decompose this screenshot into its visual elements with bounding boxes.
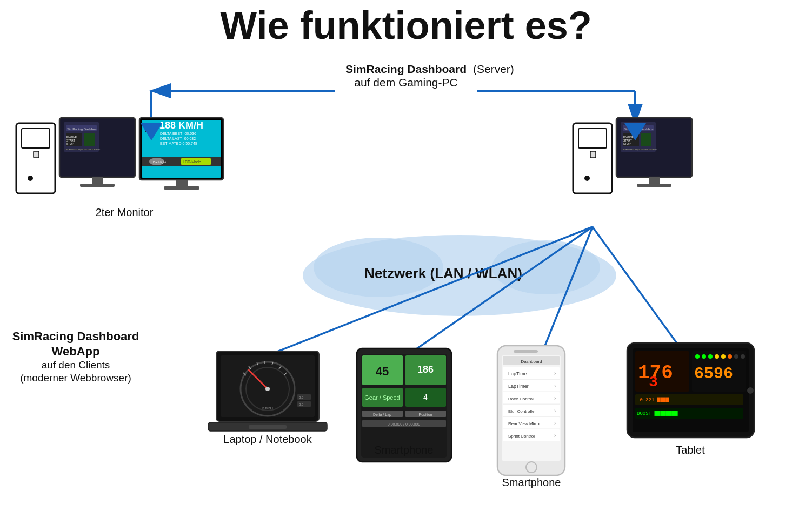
s1-timing-label: 0:00.000 / 0:00.000	[388, 422, 420, 426]
left-tower-screen	[22, 129, 50, 148]
right-tower-dot	[584, 176, 590, 181]
network-cloud-right	[492, 240, 600, 294]
tablet-delta: -0.321 ████	[637, 397, 669, 403]
s1-bar-label1: Delta / Lap	[373, 413, 391, 417]
gauge-mark2	[249, 366, 251, 369]
right-monitor1-stand	[649, 177, 660, 184]
laptop-data1	[297, 394, 311, 400]
line-to-smartphone1	[405, 227, 593, 356]
left-mon1-img	[66, 133, 82, 146]
gauge-mark5	[272, 362, 273, 365]
right-tower-drive	[590, 151, 596, 158]
left-tower-dot	[28, 176, 33, 181]
network-cloud-left	[314, 238, 443, 297]
s1-panel1	[362, 355, 403, 385]
tablet-num2: 6596	[694, 365, 733, 383]
gauge-inner	[246, 367, 289, 411]
left-mon1-ui-bg	[64, 122, 99, 152]
right-mon1-top-bar	[623, 125, 654, 131]
s1-bar-label2: Position	[419, 413, 432, 416]
left-mon1-ip-bar	[65, 149, 98, 150]
s1-panel3	[362, 388, 403, 407]
svg-text:DELTA BEST  -00.036: DELTA BEST -00.036	[160, 132, 196, 136]
tablet-dot2	[702, 354, 706, 359]
tablet-gear: 3	[649, 374, 658, 391]
right-mon1-panel	[641, 133, 651, 146]
line-to-laptop	[265, 227, 593, 356]
gauge-outer	[241, 362, 295, 416]
s2-row5-chevron: ›	[554, 420, 556, 426]
laptop-touchpad	[249, 425, 287, 429]
tablet-dot3	[708, 354, 713, 359]
tablet-bottom2	[635, 408, 743, 419]
tablet-left-panel	[635, 351, 689, 392]
s1-num1: 45	[376, 365, 389, 378]
network-label: Netzwerk (LAN / WLAN)	[364, 265, 522, 281]
left-mon1-panel	[84, 133, 95, 146]
right-tower	[573, 123, 612, 193]
right-mon1-ui-bg	[621, 122, 656, 152]
gauge-needle	[249, 370, 268, 389]
tablet-dot1	[695, 354, 700, 359]
left-monitor2-base	[164, 186, 199, 190]
s2-row2	[503, 380, 560, 392]
s1-panel2	[405, 355, 446, 385]
gauge-center	[265, 387, 270, 391]
smartphone1-body	[357, 348, 451, 462]
tablet-speed: 176	[638, 362, 673, 384]
page-title: Wie funktioniert es?	[220, 4, 591, 47]
s2-row5-text: Rear View Mirror	[508, 421, 541, 426]
network-cloud-main	[303, 235, 616, 316]
right-mon1-img	[623, 133, 639, 146]
gauge-mark1	[243, 373, 246, 375]
left-monitor1-base	[80, 184, 115, 187]
laptop-data2	[297, 401, 311, 407]
left-mon2-btn1	[149, 158, 164, 165]
svg-text:188 KM/H: 188 KM/H	[159, 120, 203, 131]
webapp-label-line1: SimRacing Dashboard	[12, 329, 139, 343]
s2-home-btn	[526, 462, 537, 473]
tablet-dot7	[734, 354, 738, 359]
laptop-kmh: KM/H	[262, 406, 273, 411]
smartphone1-label: Smartphone	[375, 444, 434, 456]
s2-row3	[503, 392, 560, 404]
s2-row1-text: LapTime	[508, 371, 527, 376]
s2-row6	[503, 429, 560, 441]
right-arrow-head	[624, 123, 646, 140]
tablet-camera	[747, 387, 754, 394]
left-monitor1-stand	[92, 177, 103, 184]
laptop-label: Laptop / Notebook	[223, 433, 312, 445]
webapp-label-line3: auf den Clients	[42, 359, 110, 371]
gauge-mark3	[257, 362, 258, 365]
svg-text:SimRacing Dashboard: SimRacing Dashboard	[67, 127, 99, 131]
tablet-dot6	[728, 354, 732, 359]
left-mon2-cyan-bg	[142, 120, 221, 178]
server-label-sub: auf dem Gaming-PC	[354, 76, 457, 89]
s1-bar2	[405, 411, 446, 417]
left-tower	[16, 123, 55, 193]
right-monitor1-screen	[616, 118, 692, 177]
svg-text:IP-Address: http://192.168.2.9: IP-Address: http://192.168.2.9:9090	[66, 148, 101, 151]
smartphone1-screen	[361, 354, 447, 458]
laptop-screen-content	[221, 355, 315, 417]
right-tower-screen	[578, 129, 607, 148]
svg-text:4: 4	[145, 120, 154, 137]
s1-text2: 4	[423, 393, 428, 401]
tablet-dot8	[741, 354, 745, 359]
tablet-body	[627, 343, 754, 438]
tablet-screen	[633, 348, 749, 432]
left-monitor2-stand	[176, 180, 188, 186]
left-arrow-head	[141, 123, 162, 140]
s2-row1	[503, 367, 560, 379]
svg-text:DELTA LAST  -00.032: DELTA LAST -00.032	[160, 137, 196, 140]
left-mon2-bottom	[142, 157, 221, 166]
svg-text:ESTIMATED  0:50.749: ESTIMATED 0:50.749	[160, 142, 197, 145]
left-tower-drive	[34, 151, 39, 158]
s2-row4	[503, 405, 560, 416]
left-monitor2-screen	[139, 118, 223, 180]
server-label-plain: (Server)	[473, 63, 514, 75]
smartphone2-label: Smartphone	[502, 476, 561, 488]
s2-speaker	[514, 350, 538, 353]
line-to-tablet	[593, 227, 687, 356]
left-mon1-top-bar	[66, 125, 97, 131]
